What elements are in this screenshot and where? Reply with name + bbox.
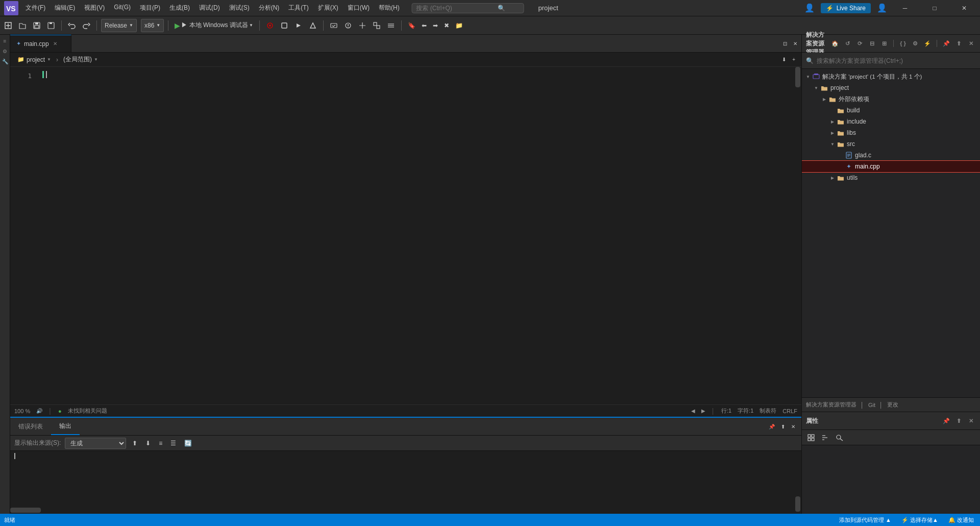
scrollbar-thumb[interactable] <box>795 67 800 87</box>
code-editor[interactable]: 1 <box>10 67 801 404</box>
menu-window[interactable]: 窗口(W) <box>344 2 374 14</box>
scroll-left[interactable]: ◀ <box>691 408 695 414</box>
activity-icon-2[interactable]: ⚙ <box>1 47 9 55</box>
output-close-button[interactable]: ✕ <box>789 420 797 433</box>
menu-help[interactable]: 帮助(H) <box>375 2 404 14</box>
attach-button[interactable] <box>264 19 276 32</box>
menu-file[interactable]: 文件(F) <box>21 2 50 14</box>
tree-project[interactable]: ▼ project <box>802 82 980 93</box>
bc-btn-1[interactable]: ⬇ <box>780 53 788 66</box>
new-project-button[interactable] <box>2 19 14 32</box>
sol-footer-changes[interactable]: 更改 <box>887 401 898 409</box>
toolbar-btn-9[interactable] <box>342 19 354 32</box>
scroll-right[interactable]: ▶ <box>701 408 705 414</box>
sol-search-input[interactable] <box>817 57 976 64</box>
tree-build[interactable]: ▶ build <box>802 105 980 116</box>
status-select-storage[interactable]: ⚡ 选择存储▲ <box>899 516 940 524</box>
save-all-button[interactable] <box>31 19 43 32</box>
prop-float-button[interactable]: ⬆ <box>953 416 964 426</box>
open-button[interactable] <box>16 19 29 32</box>
sol-footer-git[interactable]: Git <box>868 402 875 408</box>
toolbar-btn-12[interactable] <box>385 19 397 32</box>
bc-project[interactable]: 📁 project ▼ <box>14 55 54 64</box>
close-all-tabs[interactable]: ✕ <box>791 37 799 50</box>
profile-icon[interactable]: 👤 <box>804 3 815 13</box>
output-float-button[interactable]: ⬆ <box>779 420 787 433</box>
tab-main-cpp[interactable]: ✦ main.cpp ✕ <box>10 35 71 52</box>
live-share-button[interactable]: ⚡ Live Share <box>821 3 871 13</box>
prop-grid-button[interactable] <box>806 433 816 443</box>
config-dropdown[interactable]: Release ▼ <box>101 19 137 32</box>
activity-icon-1[interactable]: ≡ <box>1 37 9 45</box>
status-add-source[interactable]: 添加到源代码管理 ▲ <box>837 516 893 524</box>
menu-edit[interactable]: 编辑(E) <box>51 2 79 14</box>
minimize-button[interactable]: ─ <box>893 0 917 16</box>
tree-src[interactable]: ▼ src <box>802 138 980 150</box>
output-hscrollbar[interactable] <box>10 507 794 514</box>
diagnostic-button[interactable] <box>328 19 340 32</box>
bookmark-clear[interactable]: ✖ <box>442 19 451 32</box>
menu-project[interactable]: 项目(P) <box>136 2 164 14</box>
bc-scope[interactable]: (全局范围) ▼ <box>60 54 101 65</box>
sol-settings-button[interactable]: ⚡ <box>922 38 933 49</box>
tree-external-deps[interactable]: ▶ 外部依赖项 <box>802 93 980 105</box>
code-content[interactable] <box>38 67 794 404</box>
zoom-level[interactable]: 100 % <box>14 408 30 414</box>
tree-solution[interactable]: ▼ 解决方案 'project' (1 个项目，共 1 个) <box>802 71 980 82</box>
toolbar-btn-5[interactable] <box>278 19 290 32</box>
output-toolbar-btn-2[interactable]: ⬇ <box>143 437 153 450</box>
menu-git[interactable]: Git(G) <box>110 2 135 14</box>
output-toolbar-btn-3[interactable]: ≡ <box>157 437 164 450</box>
output-hscrollbar-thumb[interactable] <box>10 508 41 513</box>
sol-close-button[interactable]: ✕ <box>966 38 976 49</box>
search-input[interactable] <box>416 5 498 12</box>
tree-libs[interactable]: ▶ libs <box>802 127 980 138</box>
menu-analyze[interactable]: 分析(N) <box>255 2 284 14</box>
output-source-select[interactable]: 生成 <box>65 438 126 449</box>
prop-pin-button[interactable]: 📌 <box>941 416 951 426</box>
menu-tools[interactable]: 工具(T) <box>284 2 312 14</box>
output-toolbar-btn-1[interactable]: ⬆ <box>130 437 139 450</box>
prop-key-button[interactable] <box>835 433 845 443</box>
zoom-icon[interactable]: 🔊 <box>36 408 42 414</box>
toolbar-btn-11[interactable] <box>371 19 383 32</box>
menu-test[interactable]: 测试(S) <box>225 2 254 14</box>
menu-extensions[interactable]: 扩展(X) <box>314 2 342 14</box>
run-button[interactable]: ▶ ▶ 本地 Windows 调试器 ▼ <box>173 19 255 32</box>
tab-output[interactable]: 输出 <box>51 418 80 435</box>
sol-expand-button[interactable]: ⊞ <box>879 38 889 49</box>
toolbar-btn-10[interactable] <box>356 19 369 32</box>
sol-footer-explorer[interactable]: 解决方案资源管理器 <box>806 401 856 409</box>
save-button[interactable] <box>45 19 57 32</box>
tree-include[interactable]: ▶ include <box>802 116 980 127</box>
account-icon[interactable]: 👤 <box>877 3 887 13</box>
redo-button[interactable] <box>80 19 92 32</box>
menu-debug[interactable]: 调试(D) <box>195 2 224 14</box>
output-pin-button[interactable]: 📌 <box>767 420 777 433</box>
restore-button[interactable]: □ <box>923 0 946 16</box>
close-button[interactable]: ✕ <box>952 0 976 16</box>
undo-button[interactable] <box>66 19 78 32</box>
activity-icon-3[interactable]: 🔧 <box>1 57 9 65</box>
output-content[interactable] <box>10 451 801 514</box>
menu-build[interactable]: 生成(B) <box>165 2 194 14</box>
toolbar-btn-6[interactable] <box>292 19 305 32</box>
sol-prop-button[interactable]: ⚙ <box>910 38 920 49</box>
sol-float-button[interactable]: ⬆ <box>953 38 964 49</box>
bookmark-button[interactable]: 🔖 <box>406 19 418 32</box>
tab-close-button[interactable]: ✕ <box>52 40 58 47</box>
bookmark-folder[interactable]: 📁 <box>453 19 465 32</box>
sol-sync-button[interactable]: ↺ <box>842 38 852 49</box>
output-toolbar-btn-4[interactable]: ☰ <box>168 437 178 450</box>
status-notifications[interactable]: 🔔 改通知 <box>946 516 976 524</box>
bookmark-next[interactable]: ➡ <box>431 19 440 32</box>
sol-collapse-button[interactable]: ⊟ <box>867 38 877 49</box>
split-editor-button[interactable]: ⊡ <box>781 37 789 50</box>
output-scrollbar[interactable] <box>794 451 801 514</box>
toolbar-btn-7[interactable] <box>307 19 319 32</box>
bc-btn-2[interactable]: + <box>790 53 797 66</box>
platform-dropdown[interactable]: x86 ▼ <box>141 19 164 32</box>
output-scrollbar-thumb[interactable] <box>795 496 800 512</box>
bookmark-prev[interactable]: ⬅ <box>420 19 429 32</box>
output-toolbar-btn-5[interactable]: 🔄 <box>182 437 194 450</box>
